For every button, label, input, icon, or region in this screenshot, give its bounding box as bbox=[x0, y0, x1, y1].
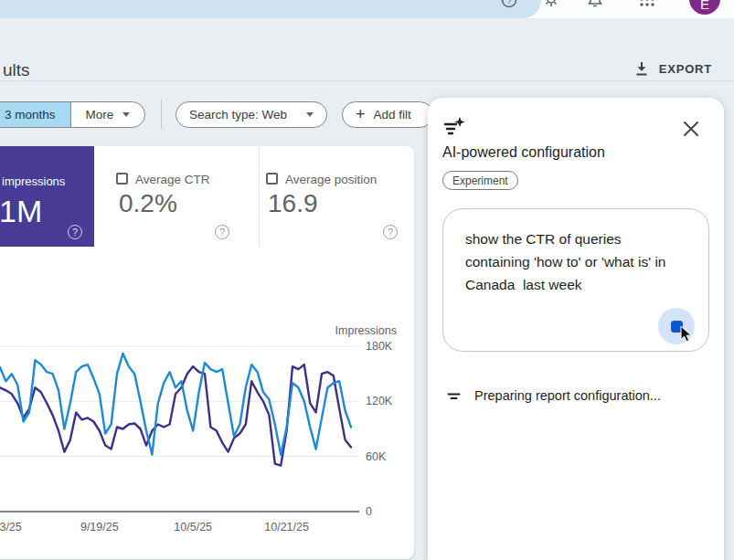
preparing-spinner-icon bbox=[447, 389, 461, 403]
y-tick-label: 60K bbox=[366, 450, 386, 463]
x-tick-label: 9/19/25 bbox=[80, 521, 119, 534]
help-icon[interactable]: ? bbox=[68, 225, 82, 239]
impressions-chart[interactable]: Impressions 180K120K60K09/3/259/19/2510/… bbox=[0, 315, 416, 560]
y-tick-label: 0 bbox=[366, 505, 372, 518]
average-ctr-tile[interactable]: Average CTR 0.2% ? bbox=[94, 146, 259, 247]
search-type-chip[interactable]: Search type: Web bbox=[176, 101, 327, 128]
ctr-label: Average CTR bbox=[135, 173, 210, 186]
x-tick-label: 10/5/25 bbox=[174, 521, 212, 534]
more-label: More bbox=[86, 108, 114, 122]
notifications-bell-icon[interactable] bbox=[587, 0, 603, 7]
chart-axis-title: Impressions bbox=[0, 324, 397, 337]
status-text: Preparing report configuration... bbox=[474, 388, 661, 403]
impressions-tile-label: impressions bbox=[2, 174, 65, 188]
date-range-more-button[interactable]: More bbox=[70, 102, 145, 127]
impressions-value: 1M bbox=[0, 194, 42, 229]
y-tick-label: 120K bbox=[366, 395, 392, 407]
export-button[interactable]: EXPORT bbox=[634, 61, 712, 77]
ctr-checkbox[interactable] bbox=[116, 173, 128, 185]
top-app-bar: ? E bbox=[0, 0, 734, 18]
x-tick-label: 10/21/25 bbox=[264, 521, 309, 534]
total-impressions-tile[interactable]: impressions 1M ? bbox=[0, 146, 94, 247]
plus-icon: + bbox=[356, 106, 366, 122]
page-title: ults bbox=[3, 60, 30, 80]
download-icon bbox=[634, 61, 649, 77]
help-icon[interactable]: ? bbox=[501, 0, 517, 8]
close-icon[interactable] bbox=[682, 120, 700, 138]
add-filter-label: Add filt bbox=[374, 108, 411, 122]
page-header: ults EXPORT bbox=[0, 18, 734, 81]
ai-configuration-panel: AI-powered configuration Experiment show… bbox=[428, 98, 724, 560]
ai-filter-sparkle-icon bbox=[442, 116, 466, 140]
date-range-chip[interactable]: 3 months bbox=[0, 102, 70, 127]
svg-text:?: ? bbox=[506, 0, 511, 5]
average-position-tile[interactable]: Average position 16.9 ? bbox=[259, 146, 416, 247]
help-icon[interactable]: ? bbox=[215, 225, 229, 239]
purple-series-line bbox=[0, 365, 351, 466]
x-tick-label: 9/3/25 bbox=[0, 521, 22, 534]
ai-panel-title: AI-powered configuration bbox=[442, 144, 605, 161]
search-console-window: ? E ults EXPORT bbox=[0, 0, 734, 560]
url-inspection-search-bar[interactable] bbox=[0, 0, 541, 18]
position-value: 16.9 bbox=[268, 189, 318, 218]
position-checkbox[interactable] bbox=[266, 173, 278, 185]
add-filter-chip[interactable]: + Add filt bbox=[342, 101, 433, 128]
search-type-label: Search type: Web bbox=[189, 108, 287, 122]
ctr-value: 0.2% bbox=[119, 189, 177, 218]
filter-divider bbox=[161, 100, 162, 129]
help-icon[interactable]: ? bbox=[383, 225, 398, 239]
account-avatar[interactable]: E bbox=[689, 0, 720, 15]
status-row: Preparing report configuration... bbox=[447, 388, 661, 403]
chevron-down-icon bbox=[122, 112, 130, 117]
apps-grid-icon[interactable] bbox=[638, 0, 656, 8]
experiment-badge: Experiment bbox=[442, 171, 518, 190]
export-label: EXPORT bbox=[659, 62, 712, 76]
position-label: Average position bbox=[285, 173, 377, 186]
settings-gear-icon[interactable] bbox=[543, 0, 559, 7]
date-range-control: 3 months More bbox=[0, 101, 145, 128]
y-tick-label: 180K bbox=[366, 340, 392, 353]
mouse-cursor bbox=[680, 325, 696, 343]
chevron-down-icon bbox=[306, 112, 314, 117]
